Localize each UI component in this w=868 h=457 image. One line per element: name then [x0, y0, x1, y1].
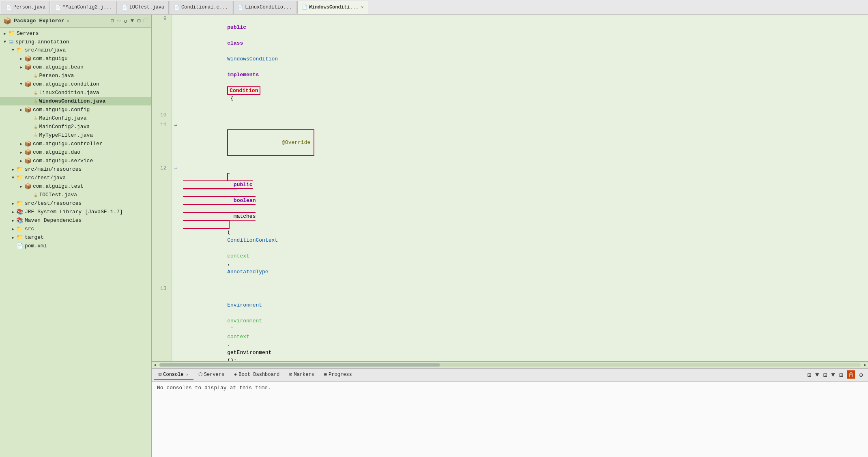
tree-arrow: ▶: [10, 227, 16, 232]
line-number: 9: [152, 15, 172, 111]
package-icon: 📦: [24, 81, 31, 88]
sync-icon[interactable]: ↺: [123, 17, 128, 25]
tree-arrow: ▶: [18, 159, 24, 163]
view-menu-icon[interactable]: ▼: [130, 17, 135, 25]
minimize-panel-icon[interactable]: ⊖: [857, 370, 865, 380]
sidebar-close-icon[interactable]: ✕: [67, 18, 70, 24]
code-text: .: [227, 341, 230, 348]
tree-item-com-atguigu-bean[interactable]: ▶ 📦 com.atguigu.bean: [0, 63, 151, 71]
tree-item-ioctest-java[interactable]: ☕ IOCTest.java: [0, 191, 151, 199]
tree-item-src-test-resources[interactable]: ▶ 📁 src/test/resources: [0, 199, 151, 208]
minimize-icon[interactable]: ⊟: [136, 17, 141, 25]
console-dropdown-icon[interactable]: ▼: [814, 371, 821, 380]
tree-label: Person.java: [39, 73, 74, 79]
tree-item-pom-xml[interactable]: 📄 pom.xml: [0, 242, 151, 250]
scroll-right-arrow[interactable]: ▶: [862, 363, 868, 367]
eclipse-icon[interactable]: 🅰: [845, 369, 857, 381]
tree-item-target[interactable]: ▶ 📁 target: [0, 233, 151, 242]
keyword-boolean: boolean: [234, 197, 256, 204]
tree-arrow: ▶: [18, 56, 24, 61]
scroll-thumb[interactable]: [159, 363, 440, 367]
tree-label: MainConfig2.java: [39, 124, 90, 130]
code-content[interactable]: public boolean matches ( ConditionContex…: [180, 164, 868, 285]
scroll-lock-icon[interactable]: ▼: [829, 371, 837, 380]
tree-item-com-atguigu-controller[interactable]: ▶ 📦 com.atguigu.controller: [0, 139, 151, 148]
tree-label: pom.xml: [25, 243, 47, 249]
package-icon: 📦: [24, 55, 31, 62]
tree-item-com-atguigu-test[interactable]: ▶ 📦 com.atguigu.test: [0, 182, 151, 191]
tree-item-com-atguigu[interactable]: ▶ 📦 com.atguigu: [0, 54, 151, 63]
method-name: matches: [234, 213, 256, 219]
bottom-tab-servers[interactable]: ⬡ Servers: [193, 370, 229, 380]
java-file-icon: ☕: [34, 89, 37, 96]
servers-icon: ⬡: [198, 371, 202, 378]
tree-item-mytypefilter-java[interactable]: ☕ MyTypeFilter.java: [0, 131, 151, 139]
tree-item-mainconfig-java[interactable]: ☕ MainConfig.java: [0, 114, 151, 122]
horizontal-scrollbar[interactable]: ◀ ▶: [152, 361, 868, 368]
tree-item-person-java[interactable]: ☕ Person.java: [0, 71, 151, 80]
tree-item-linux-condition-java[interactable]: ☕ LinuxCondition.java: [0, 88, 151, 97]
tree-item-src-main-java[interactable]: ▼ 📁 src/main/java: [0, 46, 151, 54]
tree-item-maven-dependencies[interactable]: ▶ 📚 Maven Dependencies: [0, 216, 151, 225]
tree-arrow: ▼: [10, 176, 16, 180]
tab-label: LinuxConditio...: [245, 4, 292, 10]
boot-dashboard-icon: ●: [234, 372, 237, 378]
code-content[interactable]: Environment environment = context . getE…: [180, 285, 868, 362]
word-wrap-icon[interactable]: ⊡: [838, 370, 845, 380]
java-file-icon: 📄: [6, 5, 12, 10]
tree-label: MainConfig.java: [39, 115, 86, 121]
link-icon[interactable]: ↔: [116, 17, 121, 25]
code-text: [234, 190, 237, 196]
tree-label: com.atguigu.condition: [33, 81, 99, 87]
tree-item-com-atguigu-service[interactable]: ▶ 📦 com.atguigu.service: [0, 157, 151, 165]
package-explorer: 📦 Package Explorer ✕ ⊟ ↔ ↺ ▼ ⊟ □ ▶ 📁 Ser…: [0, 15, 152, 457]
new-console-icon[interactable]: ⊡: [806, 370, 813, 380]
code-content[interactable]: [180, 111, 868, 121]
line-number: 13: [152, 285, 172, 362]
tree-label: Maven Dependencies: [25, 217, 82, 223]
bottom-tab-markers[interactable]: ⊠ Markers: [284, 370, 319, 380]
clear-console-icon[interactable]: ⊡: [821, 370, 829, 380]
tree-item-src[interactable]: ▶ 📁 src: [0, 225, 151, 233]
tree-item-servers[interactable]: ▶ 📁 Servers: [0, 29, 151, 38]
scroll-track[interactable]: [159, 363, 861, 367]
tree-item-com-atguigu-dao[interactable]: ▶ 📦 com.atguigu.dao: [0, 148, 151, 157]
code-text: [227, 64, 230, 70]
tab-linuxcondition[interactable]: 📄 LinuxConditio...: [233, 1, 296, 14]
class-name: WindowsCondition: [227, 56, 278, 62]
tab-ioctest[interactable]: 📄 IOCTest.java: [118, 1, 169, 14]
tab-mainconfig2[interactable]: 📄 *MainConfig2.j...: [51, 1, 116, 14]
tab-close-button[interactable]: ✕: [361, 4, 364, 10]
tree-item-jre-library[interactable]: ▶ 📚 JRE System Library [JavaSE-1.7]: [0, 208, 151, 216]
tree-item-com-atguigu-condition[interactable]: ▼ 📦 com.atguigu.condition: [0, 80, 151, 88]
code-text: [227, 48, 230, 54]
code-content[interactable]: public class WindowsCondition implements…: [180, 15, 868, 111]
code-indent: [227, 294, 252, 300]
bottom-tab-console[interactable]: ⊡ Console ✕: [154, 370, 193, 380]
java-file-icon: 📄: [302, 4, 307, 10]
code-content[interactable]: @Override: [180, 121, 868, 165]
bottom-tab-progress[interactable]: ⊞ Progress: [319, 370, 357, 380]
package-icon: 📦: [24, 106, 31, 113]
bottom-tab-boot-dashboard[interactable]: ● Boot Dashboard: [229, 370, 284, 380]
tree-label: IOCTest.java: [39, 192, 77, 198]
tree-item-src-test-java[interactable]: ▼ 📁 src/test/java: [0, 174, 151, 182]
tree-arrow: ▶: [18, 107, 24, 112]
console-close-button[interactable]: ✕: [186, 372, 189, 377]
tree-item-src-main-resources[interactable]: ▶ 📁 src/main/resources: [0, 165, 151, 174]
collapse-icon[interactable]: ⊟: [110, 17, 114, 25]
scroll-left-arrow[interactable]: ◀: [152, 363, 158, 367]
package-icon: 📦: [24, 157, 31, 164]
code-editor[interactable]: 9 public class WindowsCondition implemen…: [152, 15, 868, 361]
editor-area: 9 public class WindowsCondition implemen…: [152, 15, 868, 457]
tree-item-windows-condition-java[interactable]: ☕ WindowsCondition.java: [0, 97, 151, 105]
maximize-icon[interactable]: □: [143, 17, 148, 25]
tree-item-com-atguigu-config[interactable]: ▶ 📦 com.atguigu.config: [0, 105, 151, 114]
tree-item-mainconfig2-java[interactable]: ☕ MainConfig2.java: [0, 122, 151, 131]
tree-item-spring-annotation[interactable]: ▼ 🗂 spring-annotation: [0, 38, 151, 46]
tab-windowscondition[interactable]: 📄 WindowsConditi... ✕: [297, 1, 368, 14]
tree-arrow: ▶: [10, 201, 16, 206]
tree-arrow: ▶: [10, 210, 16, 215]
tab-person[interactable]: 📄 Person.java: [2, 1, 50, 14]
tab-conditional[interactable]: 📄 Conditional.c...: [170, 1, 232, 14]
